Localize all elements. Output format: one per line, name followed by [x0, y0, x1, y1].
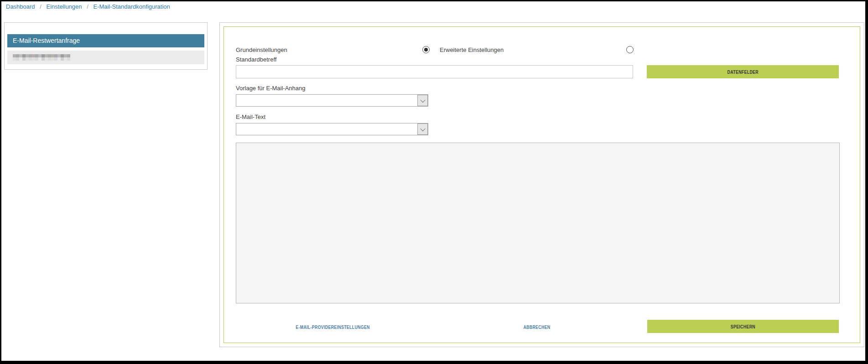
- sidebar-item-label: E-Mail-Restwertanfrage: [13, 37, 80, 44]
- footer-actions: E-MAIL-PROVIDEREINSTELLUNGEN ABBRECHEN S…: [236, 320, 839, 333]
- radio-grundeinstellungen[interactable]: [422, 46, 430, 53]
- email-text-editor[interactable]: [236, 143, 840, 303]
- email-text-select[interactable]: [236, 123, 428, 135]
- chevron-down-icon[interactable]: [417, 123, 428, 135]
- chevron-down-icon[interactable]: [417, 95, 428, 106]
- standardbetreff-row: DATENFELDER: [236, 65, 839, 78]
- email-providereinstellungen-link[interactable]: E-MAIL-PROVIDEREINSTELLUNGEN: [296, 324, 369, 330]
- radio-erweiterte-einstellungen[interactable]: [626, 46, 634, 53]
- sidebar-item-redacted[interactable]: [7, 51, 204, 64]
- breadcrumb: Dashboard / Einstellungen / E-Mail-Stand…: [6, 3, 170, 10]
- vorlage-anhang-label: Vorlage für E-Mail-Anhang: [236, 85, 839, 92]
- breadcrumb-dashboard[interactable]: Dashboard: [6, 3, 35, 10]
- standardbetreff-label: Standardbetreff: [236, 56, 839, 63]
- breadcrumb-separator: /: [40, 3, 42, 10]
- redacted-text: [13, 54, 70, 61]
- standardbetreff-input[interactable]: [236, 65, 633, 78]
- mode-radio-group: Grundeinstellungen Erweiterte Einstellun…: [236, 46, 839, 53]
- vorlage-anhang-select[interactable]: [236, 94, 428, 107]
- abbrechen-link[interactable]: ABBRECHEN: [523, 324, 550, 330]
- speichern-button-label: SPEICHERN: [731, 324, 755, 329]
- option-erweiterte-einstellungen[interactable]: Erweiterte Einstellungen: [440, 46, 634, 53]
- erweiterte-einstellungen-label: Erweiterte Einstellungen: [440, 46, 504, 53]
- datenfelder-button-label: DATENFELDER: [727, 69, 758, 75]
- breadcrumb-einstellungen[interactable]: Einstellungen: [46, 3, 82, 10]
- speichern-button[interactable]: SPEICHERN: [647, 320, 839, 333]
- sidebar-panel: E-Mail-Restwertanfrage: [4, 22, 208, 70]
- email-text-label: E-Mail-Text: [236, 113, 839, 120]
- option-grundeinstellungen[interactable]: Grundeinstellungen: [236, 46, 430, 53]
- email-text-select-value: [236, 123, 417, 135]
- breadcrumb-separator: /: [87, 3, 88, 10]
- breadcrumb-email-standardkonfiguration[interactable]: E-Mail-Standardkonfiguration: [93, 3, 170, 10]
- main-panel: Grundeinstellungen Erweiterte Einstellun…: [219, 22, 864, 347]
- settings-form: Grundeinstellungen Erweiterte Einstellun…: [223, 26, 860, 343]
- vorlage-anhang-select-value: [236, 95, 417, 106]
- sidebar-item-email-restwertanfrage[interactable]: E-Mail-Restwertanfrage: [7, 34, 204, 47]
- app-window: Dashboard / Einstellungen / E-Mail-Stand…: [0, 0, 868, 364]
- datenfelder-button[interactable]: DATENFELDER: [647, 65, 839, 78]
- grundeinstellungen-label: Grundeinstellungen: [236, 46, 287, 53]
